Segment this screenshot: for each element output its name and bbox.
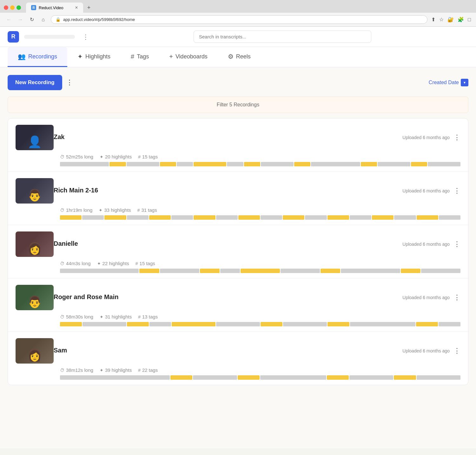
timeline-segment <box>193 375 237 380</box>
recording-more-icon[interactable]: ⋮ <box>453 133 460 142</box>
timeline-segment <box>238 375 260 380</box>
timeline-segment <box>439 215 460 220</box>
clock-icon: ⏱ <box>60 368 64 373</box>
tags-meta: # 22 tags <box>138 367 158 373</box>
recording-item-rich[interactable]: Rich Main 2-16 Uploaded 6 months ago ⋮ ⏱… <box>8 172 468 225</box>
timeline-segment <box>149 215 171 220</box>
sort-label: Created Date <box>429 80 459 85</box>
timeline-segment <box>160 269 199 273</box>
browser-actions: ⬆ ☆ 🔐 🧩 □ <box>431 17 471 23</box>
maximize-button[interactable] <box>17 5 21 10</box>
timeline-segment <box>149 322 171 326</box>
timeline-segment <box>283 215 304 220</box>
tag-icon: # <box>136 261 138 266</box>
minimize-button[interactable] <box>10 5 15 10</box>
timeline-segment <box>244 162 260 166</box>
recording-name: Danielle <box>54 240 78 247</box>
timeline-segment <box>350 322 416 326</box>
recording-name: Zak <box>54 133 64 141</box>
share-icon[interactable]: ⬆ <box>431 17 435 23</box>
upload-status: Uploaded 6 months ago <box>402 242 450 247</box>
highlights-label: 31 highlights <box>105 314 132 319</box>
app-logo: R <box>8 31 19 43</box>
timeline-segment <box>60 375 170 380</box>
tags-meta: # 13 tags <box>138 314 158 319</box>
timeline-bar <box>60 322 460 326</box>
tab-recordings[interactable]: 👥 Recordings <box>8 47 67 67</box>
highlights-icon: ✦ <box>77 53 83 60</box>
timeline-segment <box>411 162 427 166</box>
tab-reels-label: Reels <box>236 53 251 60</box>
timeline-segment <box>216 215 238 220</box>
recording-thumbnail[interactable] <box>16 231 54 257</box>
url-bar[interactable]: 🔒 app.reduct.video/#/p/5998b5f692/home <box>51 15 427 24</box>
tag-icon: # <box>138 154 141 159</box>
main-content: New Recording ⋮ Created Date ▾ Filter 5 … <box>0 67 476 448</box>
active-tab[interactable]: R Reduct.Video ✕ <box>26 3 83 13</box>
workspace-name[interactable] <box>24 35 75 39</box>
recording-item-roger[interactable]: Roger and Rose Main Uploaded 6 months ag… <box>8 278 468 332</box>
recording-item-danielle[interactable]: Danielle Uploaded 6 months ago ⋮ ⏱ 44m3s… <box>8 225 468 278</box>
timeline-segment <box>311 162 360 166</box>
recording-item-zak[interactable]: Zak Uploaded 6 months ago ⋮ ⏱ 52m25s lon… <box>8 118 468 172</box>
timeline-bar <box>60 269 460 273</box>
timeline-segment <box>261 162 294 166</box>
timeline-segment <box>60 162 109 166</box>
highlights-label: 39 highlights <box>105 367 132 373</box>
tags-meta: # 15 tags <box>136 261 155 266</box>
timeline-segment <box>361 162 377 166</box>
close-button[interactable] <box>4 5 8 10</box>
new-recording-button[interactable]: New Recording <box>8 75 62 90</box>
bookmark-icon[interactable]: ☆ <box>439 17 444 23</box>
toolbar-more-icon[interactable]: ⋮ <box>66 78 73 87</box>
tags-meta: # 15 tags <box>138 154 158 159</box>
sort-control[interactable]: Created Date ▾ <box>429 79 468 86</box>
timeline-segment <box>294 162 310 166</box>
tab-reels[interactable]: ⚙ Reels <box>218 47 261 67</box>
recording-thumbnail[interactable] <box>16 125 54 150</box>
recording-name: Roger and Rose Main <box>54 293 118 301</box>
clock-icon: ⏱ <box>60 261 64 266</box>
timeline-segment <box>82 215 104 220</box>
new-tab-button[interactable]: + <box>84 3 93 12</box>
tab-highlights[interactable]: ✦ Highlights <box>67 47 121 67</box>
extensions-icon[interactable]: 🧩 <box>458 17 464 23</box>
recording-thumbnail[interactable] <box>16 178 54 204</box>
search-input[interactable] <box>194 30 371 43</box>
highlights-label: 20 highlights <box>105 154 132 159</box>
recording-thumbnail[interactable] <box>16 338 54 364</box>
header-more-icon[interactable]: ⋮ <box>80 32 91 42</box>
recording-meta-right: Uploaded 6 months ago ⋮ <box>402 133 460 142</box>
password-icon[interactable]: 🔐 <box>447 17 454 23</box>
highlights-label: 33 highlights <box>104 207 131 213</box>
recording-meta: ⏱ 44m3s long ✦ 22 highlights # 15 tags <box>60 261 460 266</box>
recording-item-sam[interactable]: Sam Uploaded 6 months ago ⋮ ⏱ 38m12s lon… <box>8 332 468 385</box>
profile-icon[interactable]: □ <box>468 17 471 23</box>
duration-meta: ⏱ 52m25s long <box>60 154 93 159</box>
recording-more-icon[interactable]: ⋮ <box>453 347 460 355</box>
timeline-segment <box>194 162 226 166</box>
timeline-segment <box>127 162 159 166</box>
recording-more-icon[interactable]: ⋮ <box>453 293 460 302</box>
tab-recordings-label: Recordings <box>28 53 57 60</box>
upload-status: Uploaded 6 months ago <box>402 295 450 300</box>
tag-icon: # <box>138 368 141 373</box>
duration-meta: ⏱ 38m12s long <box>60 367 93 373</box>
forward-button[interactable]: → <box>17 17 24 23</box>
timeline-segment <box>194 215 215 220</box>
refresh-button[interactable]: ↻ <box>28 17 36 23</box>
recording-more-icon[interactable]: ⋮ <box>453 187 460 195</box>
filter-text: Filter 5 Recordings <box>217 102 259 107</box>
highlights-meta: ✦ 39 highlights <box>100 367 132 373</box>
tab-videoboards[interactable]: + Videoboards <box>159 47 217 67</box>
recording-meta: ⏱ 38m12s long ✦ 39 highlights # 22 tags <box>60 367 460 373</box>
recording-more-icon[interactable]: ⋮ <box>453 240 460 248</box>
back-button[interactable]: ← <box>5 17 13 23</box>
recording-thumbnail[interactable] <box>16 285 54 310</box>
home-button[interactable]: ⌂ <box>39 17 47 23</box>
timeline-segment <box>139 269 159 273</box>
clock-icon: ⏱ <box>60 314 64 319</box>
tab-close-icon[interactable]: ✕ <box>75 5 78 10</box>
highlight-icon: ✦ <box>99 208 102 213</box>
tab-tags[interactable]: # Tags <box>121 47 159 67</box>
